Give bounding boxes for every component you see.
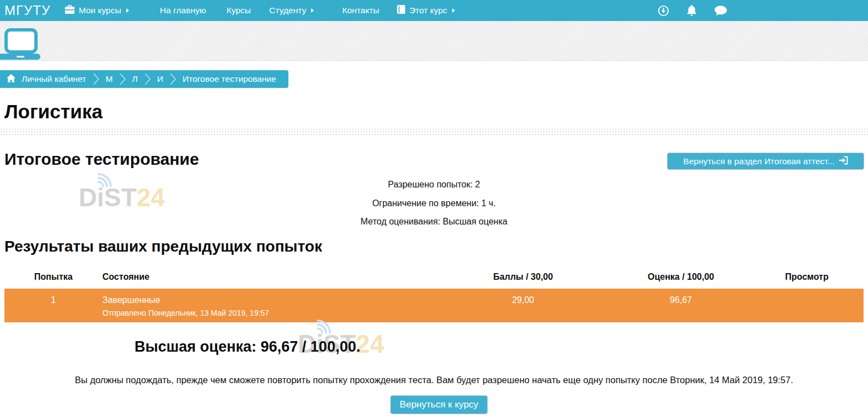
nav-item-label: Контакты (342, 6, 379, 15)
caret-right-icon (452, 8, 455, 13)
chevron-right-icon (119, 72, 126, 86)
back-to-section-button[interactable]: Вернуться в раздел Итоговая аттест... (667, 153, 864, 170)
caret-right-icon (126, 8, 129, 13)
back-to-course-button[interactable]: Вернуться к курсу (390, 395, 488, 414)
wifi-arcs-icon (314, 315, 339, 335)
results-heading: Результаты ваших предыдущих попыток (4, 238, 322, 255)
attempt-state: Завершенные Отправлено Понедельник, 13 М… (102, 289, 435, 322)
nav-item-label: Студенту (269, 6, 306, 15)
nav-item-home[interactable]: На главную (160, 6, 206, 15)
bell-icon[interactable] (686, 5, 697, 17)
breadcrumb-item-i[interactable]: И (157, 74, 163, 84)
breadcrumb-item-m[interactable]: М (106, 74, 113, 84)
breadcrumb-item-dashboard[interactable]: Личный кабинет (22, 74, 86, 84)
header-band (0, 21, 868, 61)
results-table-header: Попытка Состояние Баллы / 30,00 Оценка /… (4, 270, 864, 282)
briefcase-icon (65, 5, 75, 16)
dotted-separator (0, 128, 868, 135)
laptop-logo-icon[interactable] (0, 28, 43, 62)
column-header-review: Просмотр (750, 270, 864, 282)
table-row: 1 Завершенные Отправлено Понедельник, 13… (4, 289, 864, 322)
back-to-section-label: Вернуться в раздел Итоговая аттест... (683, 156, 834, 166)
nav-item-student[interactable]: Студенту (269, 6, 314, 15)
quiz-title: Итоговое тестирование (4, 150, 199, 169)
top-navbar: МГУТУ Мои курсы На главную Курсы Студент… (0, 0, 868, 21)
compress-icon[interactable] (658, 5, 669, 17)
attempt-grade: 96,67 (612, 289, 750, 322)
nav-item-label: Курсы (226, 6, 251, 15)
nav-item-this-course[interactable]: Этот курс (397, 5, 455, 16)
watermark-suffix: 24 (137, 183, 165, 212)
attempt-number: 1 (4, 289, 102, 322)
dist24-watermark: DiST24 (79, 182, 165, 212)
highest-grade-text: Высшая оценка: 96,67 / 100,00. (135, 338, 360, 356)
column-header-marks: Баллы / 30,00 (435, 270, 612, 282)
book-icon (397, 5, 405, 16)
back-to-course-label: Вернуться к курсу (400, 399, 478, 410)
column-header-grade: Оценка / 100,00 (612, 270, 750, 282)
column-header-attempt: Попытка (4, 270, 102, 282)
nav-item-label: Этот курс (409, 6, 447, 15)
grading-method-text: Метод оценивания: Высшая оценка (0, 212, 868, 231)
nav-item-label: Мои курсы (79, 6, 121, 15)
page-title: Логистика (4, 101, 102, 123)
breadcrumb-item-final-test[interactable]: Итоговое тестирование (183, 74, 276, 84)
wait-message: Вы должны подождать, прежде чем сможете … (0, 375, 868, 385)
column-header-state: Состояние (102, 270, 435, 282)
attempt-review (750, 289, 864, 322)
state-label: Завершенные (102, 295, 435, 305)
home-icon[interactable] (7, 74, 16, 85)
brand-logo[interactable]: МГУТУ (4, 3, 50, 18)
breadcrumb-item-l[interactable]: Л (132, 74, 138, 84)
chevron-right-icon (92, 72, 100, 86)
navbar-right-icons (658, 0, 727, 21)
caret-right-icon (311, 8, 314, 13)
state-submitted-detail: Отправлено Понедельник, 13 Май 2019, 19:… (102, 309, 435, 317)
breadcrumb: Личный кабинет М Л И Итоговое тестирован… (0, 70, 288, 88)
nav-item-contacts[interactable]: Контакты (342, 6, 379, 15)
chevron-right-icon (144, 72, 151, 86)
nav-item-courses[interactable]: Курсы (226, 6, 251, 15)
nav-item-my-courses[interactable]: Мои курсы (65, 5, 129, 16)
sign-in-icon (839, 156, 848, 167)
nav-item-label: На главную (160, 6, 206, 15)
chevron-right-icon (169, 72, 177, 86)
attempt-marks: 29,00 (435, 289, 612, 322)
chat-icon[interactable] (714, 5, 727, 17)
wifi-arcs-icon (95, 169, 120, 189)
